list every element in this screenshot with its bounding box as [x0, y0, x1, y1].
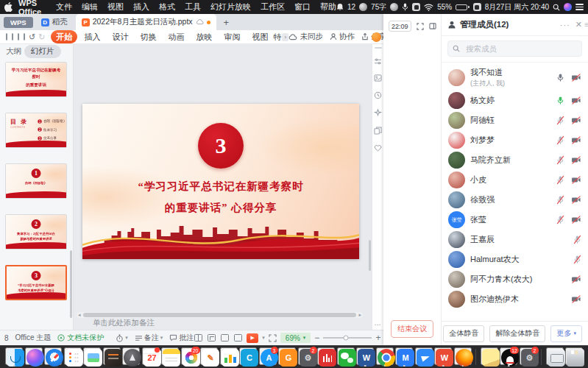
rehearse-timer-button[interactable]: ▾: [116, 334, 128, 342]
fit-slide-button[interactable]: [269, 334, 277, 342]
ribbon-tab-审阅[interactable]: 审阅: [219, 30, 245, 43]
duplicate-icon[interactable]: [374, 127, 382, 135]
user-avatar[interactable]: [372, 32, 381, 42]
menu-窗口[interactable]: 窗口: [294, 1, 311, 13]
smart-features-icon[interactable]: [374, 109, 382, 117]
word-count-indicator[interactable]: 75字: [371, 2, 386, 13]
panel-handle[interactable]: [375, 47, 382, 49]
ribbon-tab-插入[interactable]: 插入: [79, 30, 105, 43]
zoom-slider[interactable]: [323, 337, 372, 338]
member-row-1[interactable]: 我不知道 (主持人, 我): [442, 64, 588, 91]
slideshow-play-button[interactable]: ▶: [247, 333, 258, 343]
slide-sorter-button[interactable]: [208, 334, 216, 342]
save-icon[interactable]: [6, 33, 7, 40]
dock-notes[interactable]: [161, 347, 179, 365]
properties-icon[interactable]: [374, 58, 382, 65]
ribbon-tab-设计[interactable]: 设计: [107, 30, 133, 43]
ribbon-tab-放映[interactable]: 放映: [191, 30, 217, 43]
member-row-3[interactable]: 阿德钰: [442, 110, 588, 130]
normal-view-button[interactable]: [194, 334, 202, 342]
menu-帮助[interactable]: 帮助: [320, 1, 336, 13]
dock-calendar[interactable]: 27: [142, 347, 160, 365]
new-tab-button[interactable]: +: [219, 17, 235, 28]
theme-name[interactable]: Office 主题: [15, 333, 52, 343]
image-tool-icon[interactable]: [374, 74, 382, 82]
comments-button[interactable]: 批注: [169, 333, 194, 343]
ribbon-tab-切换[interactable]: 切换: [135, 30, 161, 43]
notes-placeholder[interactable]: 单击此处添加备注: [93, 318, 155, 328]
favorite-icon[interactable]: [374, 144, 382, 152]
ribbon-tab-overflow[interactable]: 特›: [273, 32, 288, 43]
camera-status-icon[interactable]: [571, 96, 581, 105]
export-icon[interactable]: [12, 33, 13, 40]
member-row-6[interactable]: 小皮: [442, 170, 588, 190]
slide-thumbnail-4[interactable]: 2集体学习：习近平总书记在新疆考察时的重要讲话: [5, 214, 67, 250]
end-meeting-button[interactable]: 结束会议: [391, 320, 433, 338]
menu-文件[interactable]: 文件: [56, 1, 72, 13]
dock-firefox[interactable]: [454, 347, 472, 365]
print-preview-icon[interactable]: [24, 33, 25, 40]
history-icon[interactable]: [374, 91, 382, 99]
dock-app-store[interactable]: A 3: [259, 347, 277, 365]
tray-app2-icon[interactable]: [390, 3, 398, 11]
mic-status-icon[interactable]: [556, 135, 564, 145]
dock-pages[interactable]: ✎: [200, 347, 218, 365]
screen-recording-icon[interactable]: [473, 3, 481, 11]
notification-bell-icon[interactable]: [336, 3, 344, 11]
dock-safari[interactable]: [44, 347, 62, 365]
menu-幻灯片放映[interactable]: 幻灯片放映: [210, 1, 251, 13]
menu-格式[interactable]: 格式: [159, 1, 175, 13]
camera-status-icon[interactable]: [571, 275, 581, 283]
mic-status-icon[interactable]: [556, 73, 564, 82]
dock-word[interactable]: W: [356, 347, 374, 365]
member-row-5[interactable]: 马院齐立新: [442, 150, 588, 170]
slide-thumbnail-2[interactable]: 目 录CONTENTS1合唱《国际歌》2集体学习3交流分享: [5, 113, 67, 148]
dock-stickies[interactable]: [481, 347, 498, 365]
slide-thumbnail-3[interactable]: 1合唱《国际歌》: [5, 163, 67, 199]
mic-status-icon[interactable]: [556, 195, 564, 205]
notes-more-icon[interactable]: ⋯: [375, 321, 382, 328]
dock-photos[interactable]: 20: [181, 347, 199, 365]
dock-dingtalk[interactable]: [415, 347, 433, 365]
mic-status-icon[interactable]: [556, 175, 564, 185]
reading-view-button[interactable]: [221, 334, 229, 342]
member-row-11[interactable]: 阿不力青木(农大): [442, 269, 588, 289]
camera-status-icon[interactable]: [571, 295, 581, 303]
unmute-all-button[interactable]: 解除全体静音: [489, 325, 545, 342]
docer-tab[interactable]: D 稻壳: [35, 17, 74, 27]
dock-reminders[interactable]: [64, 347, 82, 365]
outline-tab[interactable]: 大纲: [6, 46, 21, 57]
menu-插入[interactable]: 插入: [133, 1, 149, 13]
ribbon-tab-动画[interactable]: 动画: [163, 30, 189, 43]
dock-launchpad[interactable]: [122, 347, 140, 365]
zoom-level[interactable]: 69%▾: [280, 333, 311, 343]
camera-status-icon[interactable]: [571, 196, 581, 204]
zoom-out-button[interactable]: −: [314, 333, 319, 343]
current-slide[interactable]: 3 “学习习近平总书记在新疆考察时 的重要讲话” 心得分享: [82, 104, 359, 259]
dock-wechat[interactable]: [337, 347, 355, 365]
dock-numbers[interactable]: [220, 347, 238, 365]
ribbon-tab-开始[interactable]: 开始: [51, 30, 77, 43]
panel-more-icon[interactable]: ···: [560, 21, 570, 29]
mute-all-button[interactable]: 全体静音: [443, 325, 484, 342]
wps-menu-button[interactable]: WPS: [4, 17, 33, 28]
member-row-8[interactable]: 张莹 张莹: [442, 210, 588, 230]
menu-工作区[interactable]: 工作区: [261, 1, 285, 13]
input-method-icon[interactable]: [412, 3, 420, 11]
dock-wps[interactable]: W: [434, 347, 452, 365]
zoom-in-button[interactable]: +: [375, 333, 380, 343]
dock-pdf-app[interactable]: G: [278, 347, 296, 365]
dock-siri[interactable]: [25, 347, 43, 365]
document-tab[interactable]: P 2022年8月主题党日活动.pptx: [76, 14, 216, 30]
member-row-4[interactable]: 刘梦梦: [442, 130, 588, 150]
dock-system-preferences[interactable]: ⚙ 2: [298, 347, 316, 365]
member-row-7[interactable]: 徐致强: [442, 190, 588, 210]
panel-close-icon[interactable]: ✕: [575, 20, 582, 29]
slides-tab[interactable]: 幻灯片: [24, 45, 61, 58]
fullscreen-icon[interactable]: [417, 23, 424, 30]
dock-trash[interactable]: [565, 347, 583, 365]
wifi-icon[interactable]: [424, 4, 433, 11]
notification-count[interactable]: 12: [347, 3, 355, 11]
panel-edge-handle[interactable]: ≡: [584, 21, 588, 29]
menu-工具[interactable]: 工具: [185, 1, 201, 13]
